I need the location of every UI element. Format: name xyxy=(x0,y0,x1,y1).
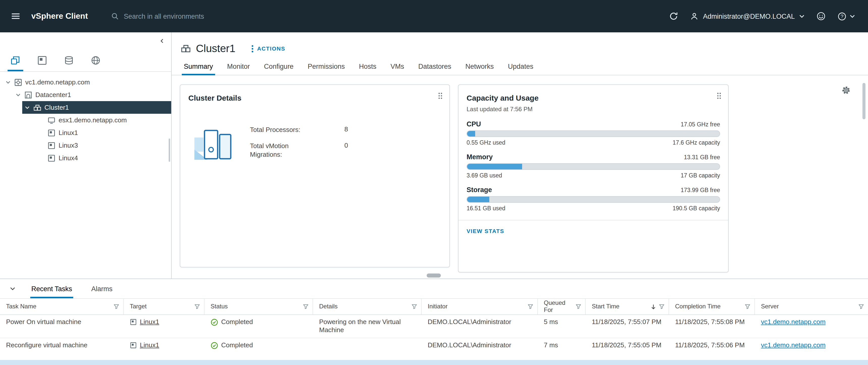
tab-updates[interactable]: Updates xyxy=(501,58,540,75)
column-header-completion-time[interactable]: Completion Time xyxy=(669,299,755,314)
tab-permissions[interactable]: Permissions xyxy=(301,58,352,75)
actions-button[interactable]: ACTIONS xyxy=(251,45,285,52)
user-menu[interactable]: Administrator@DEMO.LOCAL xyxy=(690,12,805,20)
filter-icon[interactable] xyxy=(859,304,864,309)
filter-icon[interactable] xyxy=(576,304,581,309)
tree-item-vm-linux3[interactable]: Linux3 xyxy=(0,139,171,152)
hosts-and-clusters-tab[interactable] xyxy=(2,50,29,71)
vmotion-migrations-row: Total vMotion Migrations: 0 xyxy=(250,141,441,159)
tab-networks[interactable]: Networks xyxy=(458,58,501,75)
tab-monitor[interactable]: Monitor xyxy=(220,58,257,75)
sort-descending-icon[interactable] xyxy=(650,304,656,310)
column-header-task-name[interactable]: Task Name xyxy=(0,299,124,314)
tab-summary[interactable]: Summary xyxy=(177,58,220,75)
memory-used-text: 3.69 GB used xyxy=(467,172,502,178)
memory-label: Memory xyxy=(467,153,493,161)
filter-icon[interactable] xyxy=(194,304,200,309)
column-header-queued-for[interactable]: Queued For xyxy=(538,299,586,314)
server-link[interactable]: vc1.demo.netapp.com xyxy=(761,341,826,349)
vsphere-client-window: vSphere Client Administrator@DEMO.LOCAL … xyxy=(0,0,868,365)
tab-hosts[interactable]: Hosts xyxy=(352,58,383,75)
task-row[interactable]: Power On virtual machine Linux1 Complete… xyxy=(0,315,868,338)
inventory-tree: vc1.demo.netapp.com Datacenter1 Cluster1… xyxy=(0,72,171,164)
filter-icon[interactable] xyxy=(528,304,533,309)
tree-item-vcenter[interactable]: vc1.demo.netapp.com xyxy=(0,76,171,88)
target-link[interactable]: Linux1 xyxy=(140,341,159,349)
completed-check-icon xyxy=(211,341,218,349)
server-link[interactable]: vc1.demo.netapp.com xyxy=(761,318,826,326)
view-stats-link[interactable]: VIEW STATS xyxy=(467,228,504,234)
drag-handle-icon[interactable] xyxy=(438,92,443,102)
refresh-button[interactable] xyxy=(669,11,678,21)
column-header-status[interactable]: Status xyxy=(205,299,313,314)
tab-datastores[interactable]: Datastores xyxy=(411,58,459,75)
vmotion-migrations-value: 0 xyxy=(344,141,348,159)
vcenter-icon xyxy=(13,78,22,86)
memory-free-text: 13.31 GB free xyxy=(684,154,720,160)
help-icon: ? xyxy=(838,12,846,21)
cpu-used-text: 0.55 GHz used xyxy=(467,140,505,146)
sidebar-scrollbar-thumb[interactable] xyxy=(169,139,170,162)
tree-item-vm-linux4[interactable]: Linux4 xyxy=(0,152,171,164)
tab-recent-tasks[interactable]: Recent Tasks xyxy=(24,279,79,298)
vms-and-templates-icon xyxy=(37,56,47,65)
tree-item-cluster[interactable]: Cluster1 xyxy=(22,101,171,114)
cpu-progress-bar xyxy=(467,131,720,137)
target-link[interactable]: Linux1 xyxy=(140,318,159,326)
expand-caret-icon[interactable] xyxy=(23,103,31,111)
total-processors-label: Total Processors: xyxy=(250,125,344,134)
initiator-cell: DEMO.LOCAL\Administrator xyxy=(422,338,538,360)
tree-item-datacenter[interactable]: Datacenter1 xyxy=(0,88,171,101)
tab-vms[interactable]: VMs xyxy=(383,58,411,75)
filter-icon[interactable] xyxy=(745,304,750,309)
memory-meter: Memory 13.31 GB free 3.69 GB used 17 GB … xyxy=(467,153,720,178)
networking-tab[interactable] xyxy=(82,50,109,71)
panel-resize-handle[interactable] xyxy=(427,274,441,278)
vms-and-templates-tab[interactable] xyxy=(29,50,56,71)
column-header-server[interactable]: Server xyxy=(755,299,868,314)
datacenter-icon xyxy=(24,90,32,99)
task-name-cell: Power On virtual machine xyxy=(0,315,124,337)
menu-icon[interactable] xyxy=(8,8,23,24)
expand-caret-icon[interactable] xyxy=(14,91,22,99)
filter-icon[interactable] xyxy=(303,304,309,309)
status-text: Completed xyxy=(221,341,253,349)
help-menu[interactable]: ? xyxy=(838,12,855,21)
inventory-view-tabs xyxy=(0,50,171,72)
server-cell: vc1.demo.netapp.com xyxy=(755,338,868,360)
filter-icon[interactable] xyxy=(659,304,664,309)
memory-progress-bar xyxy=(467,163,720,170)
target-cell: Linux1 xyxy=(124,315,205,337)
tasks-table-header: Task Name Target Status Details Initiato… xyxy=(0,298,868,315)
collapse-sidebar-button[interactable] xyxy=(159,38,165,44)
settings-gear-button[interactable] xyxy=(841,85,851,96)
tab-alarms[interactable]: Alarms xyxy=(84,279,120,298)
cluster-details-card: Cluster Details xyxy=(180,84,450,268)
column-header-initiator[interactable]: Initiator xyxy=(422,299,538,314)
storage-label: Storage xyxy=(467,186,492,194)
storage-tab[interactable] xyxy=(56,50,82,71)
drag-handle-icon[interactable] xyxy=(716,92,721,102)
filter-icon[interactable] xyxy=(411,304,417,309)
column-header-target[interactable]: Target xyxy=(124,299,205,314)
chevron-down-icon xyxy=(9,285,16,292)
feedback-button[interactable] xyxy=(816,11,826,21)
main-scrollbar-thumb[interactable] xyxy=(863,83,866,119)
expand-caret-icon[interactable] xyxy=(4,78,12,86)
feedback-smiley-icon xyxy=(816,11,826,21)
collapse-tasks-panel-button[interactable] xyxy=(6,282,19,295)
task-row[interactable]: Reconfigure virtual machine Linux1 Compl… xyxy=(0,338,868,360)
column-header-start-time[interactable]: Start Time xyxy=(586,299,669,314)
cpu-label: CPU xyxy=(467,120,481,128)
object-tabs: Summary Monitor Configure Permissions Ho… xyxy=(172,58,868,75)
tab-configure[interactable]: Configure xyxy=(257,58,301,75)
storage-progress-bar xyxy=(467,196,720,203)
filter-icon[interactable] xyxy=(114,304,119,309)
navigation-sidebar: vc1.demo.netapp.com Datacenter1 Cluster1… xyxy=(0,32,172,279)
status-cell: Completed xyxy=(205,338,313,360)
tree-item-vm-linux1[interactable]: Linux1 xyxy=(0,127,171,139)
main-panel: Cluster1 ACTIONS Summary Monitor Configu… xyxy=(172,32,868,279)
search-input[interactable] xyxy=(124,12,328,20)
column-header-details[interactable]: Details xyxy=(313,299,422,314)
tree-item-host[interactable]: esx1.demo.netapp.com xyxy=(0,114,171,127)
